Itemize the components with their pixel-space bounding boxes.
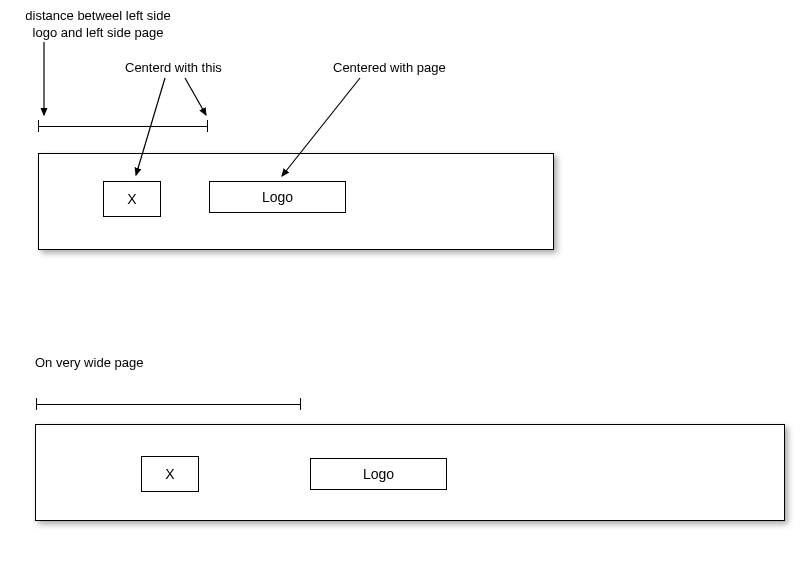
annotation-centered-with-page: Centered with page [333, 60, 446, 77]
x-box-narrow: X [103, 181, 161, 217]
logo-box-narrow: Logo [209, 181, 346, 213]
annotation-left-distance: distance betweel left side logo and left… [18, 8, 178, 42]
measure-bracket-page2 [36, 402, 301, 412]
annotation-wide-page: On very wide page [35, 355, 143, 372]
measure-bracket-page1 [38, 124, 208, 134]
page-wide: X Logo [35, 424, 785, 521]
page-narrow: X Logo [38, 153, 554, 250]
logo-box-wide: Logo [310, 458, 447, 490]
arrow-centered-this [185, 78, 206, 115]
x-box-wide: X [141, 456, 199, 492]
annotation-centered-with-this: Centerd with this [125, 60, 222, 77]
